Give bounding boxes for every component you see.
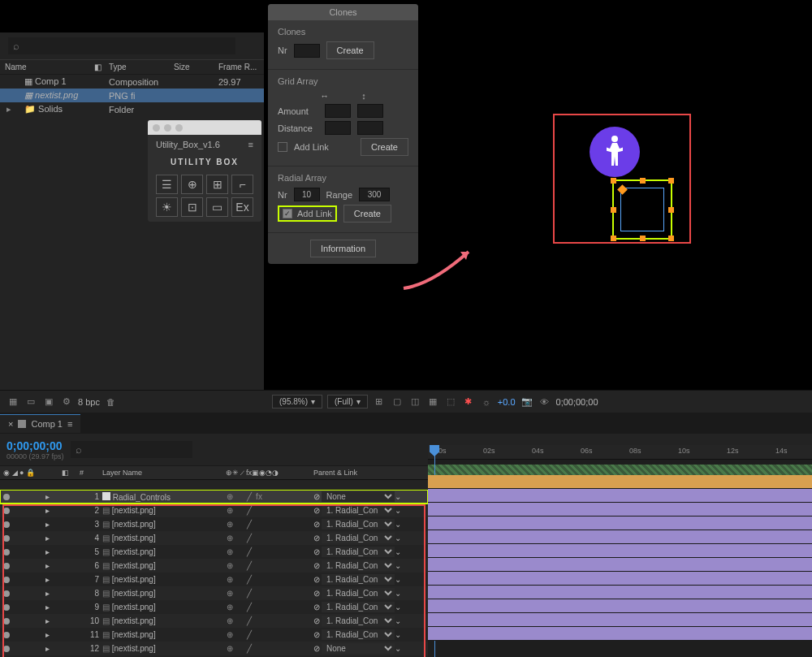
layer-row[interactable]: ▸ 7 ▤ [nextist.png] ⊕╱ ⊘1. Radial_Con ⌄ [0,573,428,586]
layer-row[interactable]: ▸ 1 Radial_Controls ⊕╱fx ⊘None ⌄ [0,490,428,504]
information-button[interactable]: Information [310,240,376,257]
project-item[interactable]: ▦ Comp 1Composition29.97 [0,75,264,89]
roi-icon[interactable]: ◫ [408,396,421,408]
exposure-value[interactable]: +0.0 [498,397,516,407]
3d-icon[interactable]: ⬚ [444,396,457,408]
utility-tool-button[interactable]: ⊞ [206,175,228,194]
time-ruler-area[interactable]: 00s02s04s06s08s10s12s14s [428,445,812,657]
layer-bar[interactable] [428,475,812,489]
timeline-search[interactable] [71,441,192,458]
menu-icon[interactable]: ≡ [248,140,253,149]
color-mgmt-icon[interactable]: ✱ [462,396,475,408]
transparency-icon[interactable]: ▦ [426,396,439,408]
utility-tool-button[interactable]: ⌐ [231,175,253,194]
parent-dropdown[interactable]: 1. Radial_Con [322,602,395,612]
timecode-frames: 00000 (29.97 fps) [6,452,64,460]
utility-tool-button[interactable]: ☰ [156,175,178,194]
parent-dropdown[interactable]: 1. Radial_Con [322,560,395,571]
nextist-icon [590,127,640,177]
comp-icon[interactable]: ▣ [42,396,55,408]
layer-row[interactable]: ▸ 5 ▤ [nextist.png] ⊕╱ ⊘1. Radial_Con ⌄ [0,545,428,559]
layer-bar[interactable] [428,489,812,503]
menu-icon[interactable]: ≡ [67,419,72,429]
preview-time[interactable]: 0;00;00;00 [556,397,598,407]
parent-dropdown[interactable]: 1. Radial_Con [322,547,395,557]
settings-icon[interactable]: ⚙ [60,396,73,408]
ruler-tick: 12s [727,447,739,455]
radial-range-input[interactable] [359,188,390,201]
project-item[interactable]: ▸📁 SolidsFolder [0,102,264,116]
layer-bar[interactable] [428,586,812,599]
folder-icon[interactable]: ▭ [24,396,37,408]
resolution-dropdown[interactable]: (Full)▾ [327,395,368,408]
utility-tool-button[interactable]: ⊕ [181,175,203,194]
layer-bar[interactable] [428,572,812,586]
layer-bar[interactable] [428,558,812,572]
parent-dropdown[interactable]: 1. Radial_Con [322,505,395,516]
parent-dropdown[interactable]: 1. Radial_Con [322,629,395,640]
layer-row[interactable]: ▸ 9 ▤ [nextist.png] ⊕╱ ⊘1. Radial_Con ⌄ [0,600,428,614]
utility-tool-button[interactable]: Ex [231,197,253,217]
grid-array-label: Grid Array [278,76,408,86]
radial-create-button[interactable]: Create [343,205,391,223]
grid-amount-x[interactable] [325,104,351,118]
utility-tool-button[interactable]: ⊡ [181,197,203,217]
toggle-alpha-icon[interactable]: ▦ [6,396,19,408]
project-search[interactable] [8,37,235,54]
layer-row[interactable]: ▸ 4 ▤ [nextist.png] ⊕╱ ⊘1. Radial_Con ⌄ [0,531,428,545]
layer-bar[interactable] [428,517,812,530]
layer-bar[interactable] [428,613,812,627]
grid-amount-y[interactable] [357,104,383,118]
radial-nr-input[interactable] [294,188,320,201]
utility-tool-button[interactable]: ☀ [156,197,178,217]
layer-row[interactable]: ▸ 12 ▤ [nextist.png] ⊕╱ ⊘None ⌄ [0,642,428,655]
trash-icon[interactable]: 🗑 [105,396,118,408]
parent-dropdown[interactable]: 1. Radial_Con [322,616,395,626]
clones-nr-input[interactable] [294,44,320,58]
timeline-panel: × Comp 1 ≡ 0;00;00;00 00000 (29.97 fps) … [0,413,812,657]
grid-dist-x[interactable] [325,121,351,135]
zoom-dropdown[interactable]: (95.8%)▾ [272,395,322,408]
timeline-tab-comp1[interactable]: × Comp 1 ≡ [0,414,80,433]
annotation-transform-box [612,179,672,240]
project-item[interactable]: ▦ nextist.pngPNG fi [0,89,264,102]
snapshot-icon[interactable]: 📷 [520,396,533,408]
layer-row[interactable]: ▸ 8 ▤ [nextist.png] ⊕╱ ⊘1. Radial_Con ⌄ [0,586,428,600]
distance-label: Distance [278,123,318,133]
layer-bar[interactable] [428,503,812,517]
parent-dropdown[interactable]: None [322,491,395,502]
grid-addlink-label: Add Link [294,142,329,152]
mask-icon[interactable]: ▢ [391,396,404,408]
bpc-label[interactable]: 8 bpc [78,397,100,407]
layer-bar[interactable] [428,627,812,641]
close-icon[interactable]: × [8,419,13,429]
layer-row[interactable]: ▸ 11 ▤ [nextist.png] ⊕╱ ⊘1. Radial_Con ⌄ [0,628,428,642]
radial-addlink-checkbox[interactable] [283,209,292,218]
window-traffic-lights[interactable] [148,120,261,135]
grid-dist-y[interactable] [357,121,383,135]
reset-exposure-icon[interactable]: ☼ [480,396,493,408]
show-snapshot-icon[interactable]: 👁 [538,396,551,408]
utility-tool-button[interactable]: ▭ [206,197,228,217]
parent-dropdown[interactable]: None [322,643,395,654]
label-icon[interactable]: ◧ [94,63,109,71]
parent-dropdown[interactable]: 1. Radial_Con [322,574,395,585]
grid-addlink-checkbox[interactable] [278,142,287,152]
parent-dropdown[interactable]: 1. Radial_Con [322,588,395,599]
clones-create-button[interactable]: Create [326,41,374,59]
footer-bar: ▦ ▭ ▣ ⚙ 8 bpc 🗑 (95.8%)▾ (Full)▾ ⊞ ▢ ◫ ▦… [0,390,812,413]
radial-nr-label: Nr [278,190,287,200]
layer-bar[interactable] [428,530,812,544]
layer-bar[interactable] [428,544,812,558]
grid-create-button[interactable]: Create [361,138,408,156]
layer-row[interactable]: ▸ 6 ▤ [nextist.png] ⊕╱ ⊘1. Radial_Con ⌄ [0,559,428,573]
timecode[interactable]: 0;00;00;00 [6,439,64,452]
layer-bar[interactable] [428,599,812,613]
parent-dropdown[interactable]: 1. Radial_Con [322,519,395,529]
grid-guides-icon[interactable]: ⊞ [373,396,386,408]
layer-row[interactable]: ▸ 10 ▤ [nextist.png] ⊕╱ ⊘1. Radial_Con ⌄ [0,614,428,628]
parent-dropdown[interactable]: 1. Radial_Con [322,533,395,543]
radial-addlink-highlight: Add Link [278,205,337,222]
layer-row[interactable]: ▸ 2 ▤ [nextist.png] ⊕╱ ⊘1. Radial_Con ⌄ [0,504,428,517]
layer-row[interactable]: ▸ 3 ▤ [nextist.png] ⊕╱ ⊘1. Radial_Con ⌄ [0,517,428,531]
